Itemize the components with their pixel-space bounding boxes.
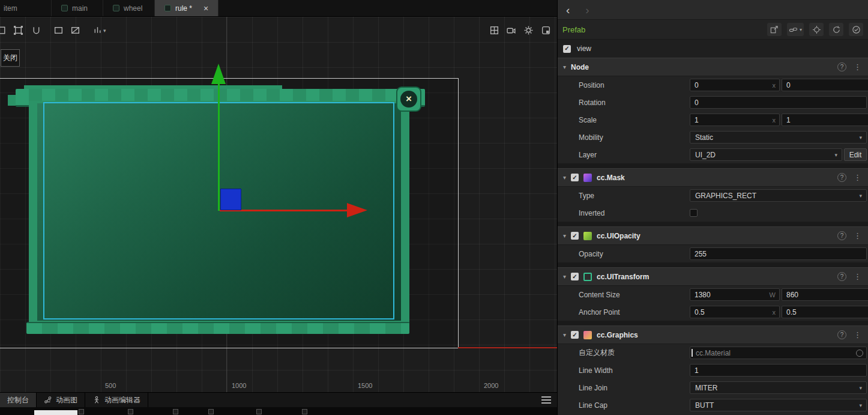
graphics-section-header[interactable]: ▾ ✓ cc.Graphics ? ⋮ xyxy=(558,326,868,344)
chevron-down-icon[interactable]: ▾ xyxy=(563,174,566,181)
tab-main[interactable]: main xyxy=(52,0,103,16)
strip-checkbox[interactable] xyxy=(128,409,133,414)
stats-dropdown-icon[interactable]: ▾ xyxy=(103,28,106,34)
grid-toggle-icon[interactable] xyxy=(488,24,500,36)
forward-icon[interactable]: › xyxy=(585,4,589,16)
panel-menu-icon[interactable] xyxy=(541,396,551,404)
rect-tool-icon[interactable] xyxy=(52,24,64,36)
strip-checkbox[interactable] xyxy=(302,409,307,414)
section-menu-icon[interactable]: ⋮ xyxy=(854,62,861,71)
mobility-select[interactable]: Static ▾ xyxy=(690,131,867,144)
rotate-tool-icon[interactable] xyxy=(30,24,42,36)
tab-close-icon[interactable]: × xyxy=(203,4,208,13)
opacity-input[interactable] xyxy=(690,248,866,259)
uiopacity-section-header[interactable]: ▾ ✓ cc.UIOpacity ? ⋮ xyxy=(558,226,868,245)
line-cap-label: Line Cap xyxy=(579,401,690,410)
chevron-down-icon[interactable]: ▾ xyxy=(563,332,566,338)
gizmo-anchor-handle[interactable] xyxy=(220,189,241,210)
chevron-down-icon[interactable]: ▾ xyxy=(563,232,566,239)
position-y-field[interactable]: y xyxy=(782,79,868,91)
scale-tool-icon[interactable] xyxy=(69,24,81,36)
apply-prefab-icon xyxy=(852,25,861,34)
mask-section-header[interactable]: ▾ ✓ cc.Mask ? ⋮ xyxy=(558,168,868,187)
line-join-select[interactable]: MITER ▾ xyxy=(690,381,867,394)
scene-settings-icon[interactable] xyxy=(540,24,552,36)
scale-x-field[interactable]: x xyxy=(690,114,780,126)
position-x-field[interactable]: x xyxy=(690,79,780,91)
edit-prefab-button[interactable] xyxy=(767,23,782,36)
rotation-field[interactable] xyxy=(690,96,867,109)
content-size-h-field[interactable]: H xyxy=(782,288,868,301)
anchor-x-field[interactable]: x xyxy=(690,306,780,318)
section-menu-icon[interactable]: ⋮ xyxy=(854,272,861,281)
tab-console[interactable]: 控制台 xyxy=(0,393,37,407)
gizmo-y-axis-line[interactable] xyxy=(218,83,220,211)
content-size-w-field[interactable]: W xyxy=(690,288,780,301)
link-prefab-button[interactable]: ▾ xyxy=(787,23,804,36)
node-section-header[interactable]: ▾ Node ? ⋮ xyxy=(558,58,868,76)
help-icon[interactable]: ? xyxy=(837,231,846,240)
material-field[interactable]: cc.Material xyxy=(690,347,867,359)
tab-label: wheel xyxy=(124,4,142,13)
line-width-field[interactable] xyxy=(690,364,867,377)
scale-y-input[interactable] xyxy=(782,114,868,126)
reset-prefab-button[interactable] xyxy=(829,23,843,36)
section-menu-icon[interactable]: ⋮ xyxy=(854,231,861,240)
help-icon[interactable]: ? xyxy=(837,272,846,281)
scale-y-field[interactable]: y xyxy=(782,114,868,126)
strip-checkbox[interactable] xyxy=(256,409,262,414)
pan-tool-icon[interactable] xyxy=(0,24,7,36)
back-icon[interactable]: ‹ xyxy=(566,4,570,16)
position-y-input[interactable] xyxy=(782,79,868,91)
gear-icon[interactable] xyxy=(522,24,534,36)
mask-inverted-checkbox[interactable] xyxy=(690,209,698,217)
tab-rule[interactable]: rule * × xyxy=(155,0,219,16)
line-width-input[interactable] xyxy=(690,365,866,376)
section-menu-icon[interactable]: ⋮ xyxy=(854,173,861,182)
uitransform-section-header[interactable]: ▾ ✓ cc.UITransform ? ⋮ xyxy=(558,267,868,286)
rotation-input[interactable] xyxy=(690,97,866,108)
material-picker-icon[interactable] xyxy=(856,350,863,357)
opacity-field[interactable] xyxy=(690,247,867,260)
apply-prefab-button[interactable] xyxy=(849,23,863,36)
anchor-y-field[interactable]: y xyxy=(782,306,868,318)
mask-type-select[interactable]: GRAPHICS_RECT ▾ xyxy=(690,189,867,202)
graphics-enabled-checkbox[interactable]: ✓ xyxy=(571,331,579,339)
chevron-down-icon[interactable]: ▾ xyxy=(563,64,566,70)
close-overlay-button[interactable]: 关闭 xyxy=(1,49,20,67)
board-sprite-bottom-frame[interactable] xyxy=(26,322,409,334)
section-menu-icon[interactable]: ⋮ xyxy=(854,330,861,339)
anchor-x-input[interactable] xyxy=(690,306,779,318)
scene-viewport[interactable]: × xyxy=(0,17,557,392)
board-close-button-sprite[interactable]: × xyxy=(396,86,421,112)
uiopacity-enabled-checkbox[interactable]: ✓ xyxy=(571,232,579,240)
position-x-input[interactable] xyxy=(690,79,779,91)
chevron-down-icon[interactable]: ▾ xyxy=(563,273,566,280)
strip-checkbox[interactable] xyxy=(208,409,214,414)
line-cap-select[interactable]: BUTT ▾ xyxy=(690,399,867,411)
anchor-y-input[interactable] xyxy=(782,306,868,318)
help-icon[interactable]: ? xyxy=(837,330,846,339)
content-size-w-input[interactable] xyxy=(690,289,779,300)
mask-enabled-checkbox[interactable]: ✓ xyxy=(571,174,579,181)
stats-tool-icon[interactable] xyxy=(91,24,103,36)
tab-item[interactable]: item xyxy=(0,0,52,16)
tab-animation-editor[interactable]: 动画编辑器 xyxy=(85,393,148,407)
uitransform-enabled-checkbox[interactable]: ✓ xyxy=(571,273,579,280)
gizmo-y-axis-arrow[interactable] xyxy=(211,64,226,84)
tab-wheel[interactable]: wheel xyxy=(103,0,155,16)
layer-edit-button[interactable]: Edit xyxy=(844,148,867,161)
strip-checkbox[interactable] xyxy=(173,409,178,414)
content-size-h-input[interactable] xyxy=(782,289,868,300)
node-active-checkbox[interactable]: ✓ xyxy=(563,45,571,53)
layer-select[interactable]: UI_2D ▾ xyxy=(690,148,842,161)
camera-icon[interactable] xyxy=(505,24,517,36)
help-icon[interactable]: ? xyxy=(837,62,846,71)
tab-animation-graph[interactable]: 动画图 xyxy=(37,393,85,407)
gizmo-x-axis-arrow[interactable] xyxy=(347,203,367,217)
rect-transform-tool-icon[interactable] xyxy=(12,24,24,36)
help-icon[interactable]: ? xyxy=(837,173,846,182)
scale-x-input[interactable] xyxy=(690,114,779,126)
strip-checkbox[interactable] xyxy=(79,409,84,414)
locate-prefab-button[interactable] xyxy=(809,23,824,36)
